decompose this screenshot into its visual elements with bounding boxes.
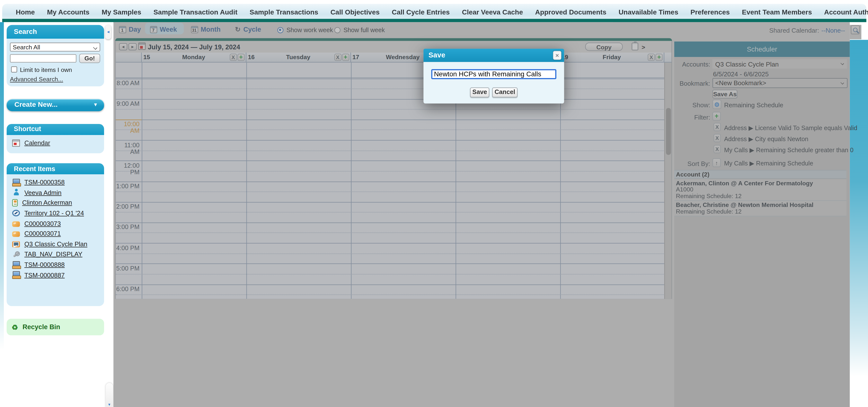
laptop-icon [12,271,20,278]
nav-tabs: HomeMy AccountsMy SamplesSample Transact… [9,8,868,16]
chevron-down-icon [93,45,97,50]
page-left-accent [0,22,4,350]
laptop-icon [12,179,20,186]
scroll-down-icon: ▼ [106,402,113,406]
nav-tab-sample-transactions[interactable]: Sample Transactions [244,8,324,16]
save-dialog: Save × Save Cancel [424,49,564,103]
hand-icon [12,231,20,237]
recent-item-link[interactable]: TSM-0000358 [24,179,65,186]
top-nav-bar: HomeMy AccountsMy SamplesSample Transact… [2,4,866,19]
nav-tab-account-authorizations[interactable]: Account Authorizations [818,8,868,16]
recent-item-link[interactable]: TSM-0000887 [24,272,65,278]
chevron-down-icon: ▼ [93,99,98,111]
nav-tab-approved-documents[interactable]: Approved Documents [529,8,612,16]
recent-item[interactable]: TSM-0000358 [7,177,104,187]
nav-tab-event-team-members[interactable]: Event Team Members [736,8,818,16]
shortcut-calendar-item[interactable]: Calendar [12,139,50,146]
nav-tab-clear-veeva-cache[interactable]: Clear Veeva Cache [456,8,529,16]
recent-item[interactable]: C000003073 [7,218,104,228]
recent-item-link[interactable]: C000003071 [24,230,61,237]
recent-item[interactable]: TAB_NAV_DISPLAY [7,249,104,259]
nav-tab-my-accounts[interactable]: My Accounts [41,8,95,16]
search-panel-header: Search [7,25,104,38]
shortcut-panel: Calendar [7,135,104,153]
recent-item-link[interactable]: Clinton Ackerman [22,199,72,206]
compass-icon [12,210,20,217]
search-scope-value: Search All [13,44,40,50]
save-dialog-title: Save [429,49,445,62]
search-scope-select[interactable]: Search All [10,43,100,52]
create-new-button[interactable]: Create New... ▼ [7,99,104,111]
recent-item-link[interactable]: Q3 Classic Cycle Plan [24,241,87,247]
recent-item-link[interactable]: C000003073 [24,220,61,227]
advanced-search-link[interactable]: Advanced Search... [10,76,63,83]
search-input[interactable] [10,54,76,63]
save-button[interactable]: Save [470,87,489,97]
modal-overlay [850,25,861,39]
page-right-accent [850,40,868,376]
recent-item-link[interactable]: Veeva Admin [24,189,61,196]
calendar-icon [12,139,20,146]
laptop-icon [12,261,20,268]
sidebar: Search Search All Go! Limit to items I o… [4,22,113,407]
sidebar-collapse-handle[interactable]: ◄ [105,25,111,39]
limit-items-checkbox[interactable] [11,66,17,73]
recent-items-panel: TSM-0000358Veeva AdminClinton AckermanTe… [7,174,104,306]
close-icon[interactable]: × [553,51,561,60]
search-go-button[interactable]: Go! [79,54,100,63]
user-icon [12,189,20,196]
shortcut-panel-header: Shortcut [7,124,104,135]
board-icon [12,241,20,247]
nav-tab-my-samples[interactable]: My Samples [95,8,147,16]
cancel-button[interactable]: Cancel [492,87,518,97]
recent-item[interactable]: Veeva Admin [7,187,104,198]
recent-item[interactable]: Clinton Ackerman [7,198,104,208]
wrench-icon [12,251,20,258]
create-new-label: Create New... [14,101,58,108]
shortcut-calendar-link[interactable]: Calendar [24,139,50,146]
recent-item-link[interactable]: TSM-0000888 [24,261,65,268]
recent-item[interactable]: C000003071 [7,228,104,239]
recent-item[interactable]: Territory 102 - Q1 '24 [7,208,104,218]
nav-tab-preferences[interactable]: Preferences [684,8,736,16]
hand-icon [12,221,20,227]
nav-tab-call-objectives[interactable]: Call Objectives [324,8,386,16]
recycle-bin[interactable]: ♻ Recycle Bin [7,319,104,336]
recent-item[interactable]: TSM-0000887 [7,270,104,280]
nav-underline-bar [2,19,866,22]
save-dialog-buttons: Save Cancel [424,87,564,97]
recent-item[interactable]: TSM-0000888 [7,259,104,270]
veeva-crm-screen: HomeMy AccountsMy SamplesSample Transact… [0,0,868,407]
bookmark-name-input[interactable] [431,69,556,79]
recycle-bin-icon: ♻ [11,323,18,332]
nav-tab-sample-transaction-audit[interactable]: Sample Transaction Audit [147,8,244,16]
sidebar-scroll-handle[interactable]: ▼ [106,383,113,407]
recent-items-header: Recent Items [7,163,104,174]
recent-item-link[interactable]: TAB_NAV_DISPLAY [24,251,82,257]
save-dialog-header[interactable]: Save × [424,49,564,62]
limit-items-label: Limit to items I own [20,66,72,73]
save-dialog-body: Save Cancel [424,62,564,103]
recycle-bin-label: Recycle Bin [23,323,60,331]
search-panel: Search All Go! Limit to items I own Adva… [7,39,104,86]
card-icon [12,199,18,207]
nav-tab-call-cycle-entries[interactable]: Call Cycle Entries [386,8,456,16]
recent-item[interactable]: Q3 Classic Cycle Plan [7,239,104,249]
recent-item-link[interactable]: Territory 102 - Q1 '24 [24,210,84,217]
nav-tab-home[interactable]: Home [9,8,41,16]
nav-tab-unavailable-times[interactable]: Unavailable Times [612,8,684,16]
